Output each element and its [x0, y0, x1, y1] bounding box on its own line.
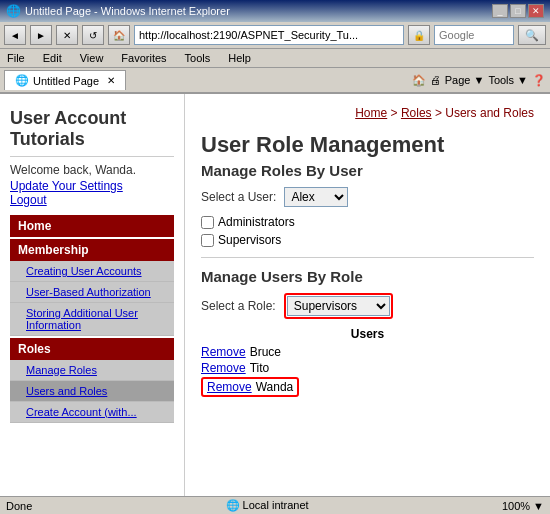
table-row-tito: Remove Tito	[201, 361, 534, 375]
menu-tools[interactable]: Tools	[182, 51, 214, 65]
role-select-label: Select a Role:	[201, 299, 276, 313]
menu-file[interactable]: File	[4, 51, 28, 65]
sidebar-item-users-and-roles[interactable]: Users and Roles	[10, 381, 174, 402]
breadcrumb: Home > Roles > Users and Roles	[201, 106, 534, 120]
tab-close-icon[interactable]: ✕	[107, 75, 115, 86]
sidebar-item-manage-roles[interactable]: Manage Roles	[10, 360, 174, 381]
refresh-button[interactable]: ↺	[82, 25, 104, 45]
manage-by-user-title: Manage Roles By User	[201, 162, 534, 179]
toolbar-icons: 🏠 🖨 Page ▼ Tools ▼ ❓	[412, 74, 546, 87]
ie-icon: 🌐	[6, 4, 21, 18]
forward-button[interactable]: ►	[30, 25, 52, 45]
menu-help[interactable]: Help	[225, 51, 254, 65]
checkbox-administrators-label: Administrators	[218, 215, 295, 229]
search-go-button[interactable]: 🔍	[518, 25, 546, 45]
status-bar: Done 🌐 Local intranet 100% ▼	[0, 496, 550, 514]
menu-view[interactable]: View	[77, 51, 107, 65]
close-button[interactable]: ✕	[528, 4, 544, 18]
status-zoom: 100% ▼	[502, 500, 544, 512]
window-controls: _ □ ✕	[492, 4, 544, 18]
tab-favicon: 🌐	[15, 74, 29, 87]
role-select-highlight: Administrators Supervisors	[284, 293, 393, 319]
menu-favorites[interactable]: Favorites	[118, 51, 169, 65]
minimize-button[interactable]: _	[492, 4, 508, 18]
breadcrumb-sep1: >	[387, 106, 401, 120]
browser-toolbar: 🌐 Untitled Page ✕ 🏠 🖨 Page ▼ Tools ▼ ❓	[0, 68, 550, 94]
user-select-label: Select a User:	[201, 190, 276, 204]
nav-header-home[interactable]: Home	[10, 215, 174, 237]
user-name-wanda: Wanda	[256, 380, 294, 394]
browser-tab[interactable]: 🌐 Untitled Page ✕	[4, 70, 126, 90]
sidebar-item-user-based-auth[interactable]: User-Based Authorization	[10, 282, 174, 303]
sidebar-item-create-account[interactable]: Create Account (with...	[10, 402, 174, 423]
checkbox-supervisors-row: Supervisors	[201, 233, 534, 247]
remove-bruce-link[interactable]: Remove	[201, 345, 246, 359]
section-divider	[201, 257, 534, 258]
sidebar-item-storing-user-info[interactable]: Storing Additional User Information	[10, 303, 174, 336]
tools-menu-button[interactable]: Tools ▼	[488, 74, 528, 86]
breadcrumb-sep2: >	[432, 106, 446, 120]
remove-tito-link[interactable]: Remove	[201, 361, 246, 375]
sidebar-item-creating-user-accounts[interactable]: Creating User Accounts	[10, 261, 174, 282]
status-done: Done	[6, 500, 32, 512]
nav-header-membership[interactable]: Membership	[10, 239, 174, 261]
update-settings-link[interactable]: Update Your Settings	[10, 179, 174, 193]
site-title: User Account Tutorials	[10, 104, 174, 157]
zoom-icon[interactable]: ▼	[533, 500, 544, 512]
sidebar-welcome: Welcome back, Wanda.	[10, 163, 174, 177]
menu-edit[interactable]: Edit	[40, 51, 65, 65]
content-area: User Account Tutorials Welcome back, Wan…	[0, 94, 550, 496]
security-icon: 🔒	[408, 25, 430, 45]
print-icon[interactable]: 🖨	[430, 74, 441, 86]
zone-label: Local intranet	[243, 499, 309, 511]
remove-wanda-link[interactable]: Remove	[207, 380, 252, 394]
window-title: Untitled Page - Windows Internet Explore…	[25, 5, 230, 17]
checkbox-supervisors[interactable]	[201, 234, 214, 247]
users-table: Users Remove Bruce Remove Tito Remove Wa…	[201, 327, 534, 399]
page-menu-button[interactable]: Page ▼	[445, 74, 485, 86]
status-zone: 🌐 Local intranet	[226, 499, 309, 512]
address-bar: ◄ ► ✕ ↺ 🏠 🔒 🔍	[0, 22, 550, 49]
role-select-row: Select a Role: Administrators Supervisor…	[201, 293, 534, 319]
home-button[interactable]: 🏠	[108, 25, 130, 45]
tab-label: Untitled Page	[33, 75, 99, 87]
menu-bar: File Edit View Favorites Tools Help	[0, 49, 550, 68]
zoom-value: 100%	[502, 500, 530, 512]
table-row-bruce: Remove Bruce	[201, 345, 534, 359]
checkbox-supervisors-label: Supervisors	[218, 233, 281, 247]
manage-by-role-title: Manage Users By Role	[201, 268, 534, 285]
nav-header-roles[interactable]: Roles	[10, 338, 174, 360]
sidebar: User Account Tutorials Welcome back, Wan…	[0, 94, 185, 496]
breadcrumb-current: Users and Roles	[445, 106, 534, 120]
role-select[interactable]: Administrators Supervisors	[287, 296, 390, 316]
search-input[interactable]	[434, 25, 514, 45]
table-row-wanda: Remove Wanda	[201, 377, 299, 397]
checkbox-administrators-row: Administrators	[201, 215, 534, 229]
zone-icon: 🌐	[226, 499, 240, 511]
stop-button[interactable]: ✕	[56, 25, 78, 45]
nav-section-roles: Roles Manage Roles Users and Roles Creat…	[10, 338, 174, 423]
main-content: Home > Roles > Users and Roles User Role…	[185, 94, 550, 496]
back-button[interactable]: ◄	[4, 25, 26, 45]
logout-link[interactable]: Logout	[10, 193, 174, 207]
breadcrumb-roles[interactable]: Roles	[401, 106, 432, 120]
breadcrumb-home[interactable]: Home	[355, 106, 387, 120]
home-toolbar-icon[interactable]: 🏠	[412, 74, 426, 87]
user-select-row: Select a User: Alex Bruce Tito Wanda	[201, 187, 534, 207]
title-bar: 🌐 Untitled Page - Windows Internet Explo…	[0, 0, 550, 22]
user-select[interactable]: Alex Bruce Tito Wanda	[284, 187, 348, 207]
page-title: User Role Management	[201, 132, 534, 158]
nav-section-membership: Membership Creating User Accounts User-B…	[10, 239, 174, 336]
checkbox-administrators[interactable]	[201, 216, 214, 229]
restore-button[interactable]: □	[510, 4, 526, 18]
user-name-bruce: Bruce	[250, 345, 281, 359]
help-icon[interactable]: ❓	[532, 74, 546, 87]
nav-section-home: Home	[10, 215, 174, 237]
address-input[interactable]	[134, 25, 404, 45]
user-name-tito: Tito	[250, 361, 270, 375]
users-header: Users	[201, 327, 534, 341]
